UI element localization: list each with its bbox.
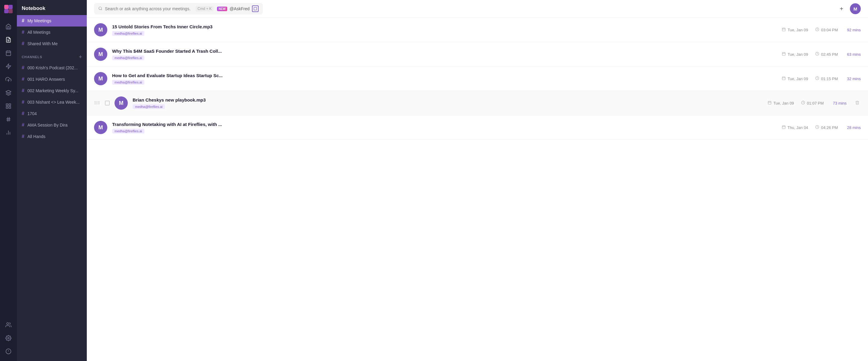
svg-rect-37 bbox=[782, 53, 785, 56]
meeting-info: 15 Untold Stories From Techs Inner Circl… bbox=[112, 24, 777, 36]
channels-section-header: CHANNELS + bbox=[17, 50, 87, 62]
time-text: 02:45 PM bbox=[821, 52, 838, 57]
time-text: 01:07 PM bbox=[807, 101, 824, 105]
svg-rect-16 bbox=[9, 107, 11, 108]
meeting-tag: medha@fireflies.ai bbox=[112, 31, 144, 36]
calendar-icon bbox=[768, 101, 772, 105]
svg-marker-12 bbox=[6, 90, 11, 93]
meeting-item[interactable]: ⠿⠿ M Brian Cheskys new playbook.mp3 medh… bbox=[87, 91, 868, 116]
meeting-time: 01:07 PM bbox=[801, 101, 824, 105]
meeting-info: How to Get and Evaluate Startup Ideas St… bbox=[112, 73, 777, 85]
hash-icon: # bbox=[22, 41, 24, 46]
drag-handle[interactable]: ⠿⠿ bbox=[94, 101, 100, 105]
meeting-meta: Thu, Jan 04 04:26 PM 28 mins bbox=[782, 125, 861, 130]
sidebar-item-label: 1704 bbox=[27, 111, 37, 116]
meeting-info: Transforming Notetaking with AI at Firef… bbox=[112, 122, 777, 133]
hash-icon: # bbox=[22, 88, 24, 93]
meeting-meta: Tue, Jan 09 02:45 PM 63 mins bbox=[782, 52, 861, 57]
askfred-icon[interactable] bbox=[252, 5, 258, 12]
sidebar-item-my-meetings[interactable]: # My Meetings bbox=[17, 15, 87, 27]
user-avatar[interactable]: M bbox=[850, 3, 861, 14]
topbar-actions: + M bbox=[837, 3, 861, 14]
svg-rect-6 bbox=[6, 51, 11, 56]
search-bar[interactable]: Cmd + K NEW @AskFred bbox=[94, 3, 263, 14]
layers-icon[interactable] bbox=[2, 87, 14, 99]
svg-rect-42 bbox=[782, 77, 785, 80]
svg-rect-1 bbox=[8, 5, 13, 9]
duration-badge: 28 mins bbox=[845, 125, 861, 130]
duration-badge: 92 mins bbox=[845, 28, 861, 32]
meeting-time: 02:45 PM bbox=[815, 52, 838, 57]
calendar-icon bbox=[782, 76, 786, 81]
upload-icon[interactable] bbox=[2, 73, 14, 86]
svg-point-24 bbox=[7, 323, 9, 325]
clock-icon bbox=[815, 27, 819, 32]
meeting-tag: medha@fireflies.ai bbox=[112, 80, 144, 85]
date-text: Tue, Jan 09 bbox=[787, 52, 808, 57]
meeting-meta: Tue, Jan 09 01:15 PM 32 mins bbox=[782, 76, 861, 81]
hashtag-icon[interactable] bbox=[2, 113, 14, 125]
sidebar-item-ch3[interactable]: # 002 Marketing Weekly Sy... bbox=[17, 85, 87, 96]
meeting-avatar: M bbox=[94, 47, 107, 61]
meeting-date: Thu, Jan 04 bbox=[782, 125, 808, 130]
hash-icon: # bbox=[22, 65, 24, 70]
sidebar-item-ch2[interactable]: # 001 HARO Answers bbox=[17, 73, 87, 85]
sidebar-item-ch6[interactable]: # AMA Session By Dira bbox=[17, 119, 87, 131]
sidebar-item-label: 002 Marketing Weekly Sy... bbox=[27, 88, 79, 93]
duration-badge: 73 mins bbox=[831, 101, 846, 105]
search-icon bbox=[98, 6, 102, 11]
sidebar-item-ch1[interactable]: # 000 Krish's Podcast (202... bbox=[17, 62, 87, 73]
meeting-item[interactable]: M How to Get and Evaluate Startup Ideas … bbox=[87, 67, 868, 91]
meeting-meta: Tue, Jan 09 01:07 PM 73 mins bbox=[768, 99, 861, 107]
sidebar-item-ch4[interactable]: # 003 Nishant <> Lea Week... bbox=[17, 96, 87, 108]
people-icon[interactable] bbox=[2, 319, 14, 331]
meeting-title: How to Get and Evaluate Startup Ideas St… bbox=[112, 73, 777, 78]
bar-chart-icon[interactable] bbox=[2, 127, 14, 139]
lightning-icon[interactable] bbox=[2, 60, 14, 72]
svg-rect-2 bbox=[4, 9, 8, 13]
duration-badge: 63 mins bbox=[845, 52, 861, 57]
meeting-avatar: M bbox=[94, 23, 107, 36]
svg-rect-14 bbox=[9, 104, 11, 106]
meeting-tag: medha@fireflies.ai bbox=[112, 56, 144, 60]
svg-point-25 bbox=[8, 337, 9, 339]
clock-icon bbox=[815, 52, 819, 57]
svg-line-19 bbox=[7, 117, 8, 122]
meeting-title: Transforming Notetaking with AI at Firef… bbox=[112, 122, 777, 127]
svg-line-30 bbox=[101, 9, 102, 10]
meeting-item[interactable]: M 15 Untold Stories From Techs Inner Cir… bbox=[87, 18, 868, 42]
meeting-item[interactable]: M Transforming Notetaking with AI at Fir… bbox=[87, 116, 868, 140]
info-icon[interactable] bbox=[2, 345, 14, 357]
askfred-label[interactable]: @AskFred bbox=[230, 6, 250, 11]
grid-icon[interactable] bbox=[2, 100, 14, 112]
date-text: Tue, Jan 09 bbox=[773, 101, 794, 105]
channels-label: CHANNELS bbox=[22, 55, 42, 59]
meeting-title: Why This $4M SaaS Founder Started A Tras… bbox=[112, 48, 777, 54]
delete-button[interactable] bbox=[854, 99, 861, 107]
hash-icon: # bbox=[22, 18, 24, 24]
calendar-icon[interactable] bbox=[2, 47, 14, 59]
sidebar-item-all-meetings[interactable]: # All Meetings bbox=[17, 27, 87, 38]
sidebar-item-label: All Hands bbox=[27, 134, 45, 139]
meeting-item[interactable]: M Why This $4M SaaS Founder Started A Tr… bbox=[87, 42, 868, 67]
meeting-meta: Tue, Jan 09 03:04 PM 92 mins bbox=[782, 27, 861, 32]
svg-rect-15 bbox=[6, 107, 8, 108]
add-channel-button[interactable]: + bbox=[79, 54, 82, 60]
add-button[interactable]: + bbox=[837, 4, 846, 13]
notebook-icon[interactable] bbox=[2, 34, 14, 46]
meeting-title: Brian Cheskys new playbook.mp3 bbox=[133, 97, 763, 102]
select-checkbox[interactable] bbox=[105, 101, 110, 105]
search-input[interactable] bbox=[105, 6, 191, 11]
sidebar-item-shared-with-me[interactable]: # Shared With Me bbox=[17, 38, 87, 50]
topbar: Cmd + K NEW @AskFred + M bbox=[87, 0, 868, 18]
sidebar-item-ch7[interactable]: # All Hands bbox=[17, 131, 87, 142]
settings-icon[interactable] bbox=[2, 332, 14, 344]
svg-rect-3 bbox=[8, 9, 13, 13]
meeting-info: Why This $4M SaaS Founder Started A Tras… bbox=[112, 48, 777, 60]
meeting-list: M 15 Untold Stories From Techs Inner Cir… bbox=[87, 18, 868, 361]
app-logo bbox=[3, 4, 14, 14]
sidebar-item-ch5[interactable]: # 1704 bbox=[17, 108, 87, 119]
svg-rect-31 bbox=[254, 7, 257, 10]
meeting-tag: medha@fireflies.ai bbox=[112, 129, 144, 133]
home-icon[interactable] bbox=[2, 21, 14, 33]
